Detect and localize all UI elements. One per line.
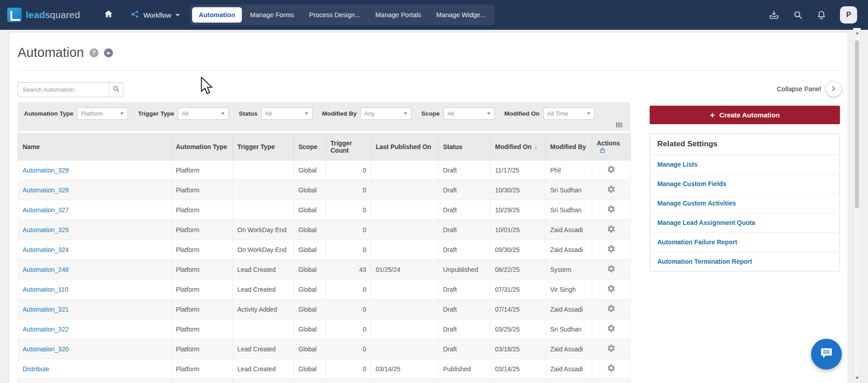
related-link-manage-custom-activities[interactable]: Manage Custom Activities xyxy=(650,194,840,213)
related-link-manage-lists[interactable]: Manage Lists xyxy=(650,155,840,174)
filter-select-modified-by[interactable]: Any xyxy=(360,107,411,120)
related-link-manage-lead-assignment-quota[interactable]: Manage Lead Assignment Quota xyxy=(650,213,840,233)
leadsquared-wordmark: leadsquared xyxy=(26,9,80,20)
cell-modified-by: Zaid Assadi xyxy=(546,240,592,260)
cell-automation-type: Platform xyxy=(171,260,233,280)
top-navbar: leadsquared Workflow AutomationManage Fo… xyxy=(0,0,868,30)
collapse-panel-control: Collapse Panel xyxy=(777,81,841,97)
col-header-scope[interactable]: Scope xyxy=(294,134,326,160)
search-icon[interactable] xyxy=(793,10,803,20)
automation-name-link[interactable]: Automation_248 xyxy=(23,266,69,273)
video-tutorial-play-icon[interactable]: ▶ xyxy=(104,48,113,57)
cell-actions xyxy=(592,260,631,280)
gear-icon[interactable] xyxy=(607,324,616,333)
search-automation-input[interactable] xyxy=(18,82,109,97)
col-header-modified-on[interactable]: Modified On↓ xyxy=(491,134,546,160)
cell-trigger-type: Activity Added xyxy=(233,299,294,319)
cell-trigger-type xyxy=(233,200,294,220)
cell-trigger-count: 0 xyxy=(326,299,371,319)
cell-scope: Global xyxy=(294,280,326,299)
notifications-bell-icon[interactable] xyxy=(816,10,826,20)
filter-select-scope[interactable]: All xyxy=(443,107,495,120)
cell-trigger-count: 0 xyxy=(326,339,371,359)
automation-name-link[interactable]: Automation_321 xyxy=(23,306,69,313)
gear-icon[interactable] xyxy=(607,304,616,313)
col-header-automation-type[interactable]: Automation Type xyxy=(171,134,233,160)
gear-icon[interactable] xyxy=(607,344,616,353)
gear-icon[interactable] xyxy=(607,224,616,234)
inbox-icon[interactable] xyxy=(769,9,779,20)
filter-select-status[interactable]: All xyxy=(261,107,312,120)
chevron-down-icon xyxy=(404,112,407,115)
automation-name-link[interactable]: Automation_110 xyxy=(23,286,68,293)
col-header-name[interactable]: Name xyxy=(18,134,171,160)
cell-last-published-on xyxy=(371,339,439,359)
tab-manage-widge[interactable]: Manage Widge... xyxy=(429,7,493,23)
automation-name-link[interactable]: Automation_320 xyxy=(23,346,69,353)
scroll-up-arrow-icon[interactable] xyxy=(855,32,859,34)
wordmark-lead: lead xyxy=(26,9,45,20)
automation-name-link[interactable]: Automation_327 xyxy=(23,206,69,214)
scroll-down-arrow-icon[interactable] xyxy=(855,377,859,379)
related-settings-title: Related Settings xyxy=(650,134,840,155)
gear-icon[interactable] xyxy=(607,264,616,273)
col-header-actions[interactable]: Actions xyxy=(592,134,631,160)
cell-modified-on: 10/01/25 xyxy=(491,220,546,240)
gear-icon[interactable] xyxy=(607,165,616,174)
gear-icon[interactable] xyxy=(607,364,616,373)
col-header-trigger-type[interactable]: Trigger Type xyxy=(233,134,294,160)
gear-icon[interactable] xyxy=(607,284,616,293)
automation-name-link[interactable]: Distribute xyxy=(23,365,49,373)
cell-name: Automation_322 xyxy=(18,319,171,339)
column-settings-icon[interactable] xyxy=(615,121,623,128)
table-row: Automation_322PlatformGlobal0Draft03/25/… xyxy=(18,319,631,339)
cell-automation-type xyxy=(171,379,233,383)
filter-automation-type: Automation TypePlatform xyxy=(24,107,128,120)
search-submit-button[interactable] xyxy=(109,82,123,97)
cell-automation-type: Platform xyxy=(171,200,233,220)
related-link-manage-custom-fields[interactable]: Manage Custom Fields xyxy=(650,174,840,194)
col-header-trigger-count[interactable]: Trigger Count xyxy=(326,134,371,160)
col-header-last-published-on[interactable]: Last Published On xyxy=(371,134,439,160)
gear-icon[interactable] xyxy=(607,205,616,214)
workflow-menu[interactable]: Workflow xyxy=(131,10,179,20)
chat-widget-button[interactable] xyxy=(811,339,842,369)
automation-name-link[interactable]: Automation_325 xyxy=(23,226,69,234)
cell-automation-type: Platform xyxy=(171,160,233,180)
col-header-status[interactable]: Status xyxy=(439,134,491,160)
automation-name-link[interactable]: Automation_322 xyxy=(23,326,69,333)
cell-trigger-count: 0 xyxy=(326,280,371,299)
cell-modified-on: 11/17/25 xyxy=(491,160,546,180)
leadsquared-brand[interactable]: leadsquared xyxy=(7,8,80,22)
home-button[interactable] xyxy=(104,9,113,21)
collapse-panel-button[interactable] xyxy=(826,81,841,97)
tab-process-design[interactable]: Process Design... xyxy=(302,7,368,23)
tab-automation[interactable]: Automation xyxy=(192,7,242,23)
tab-manage-portals[interactable]: Manage Portals xyxy=(368,7,428,23)
cell-last-published-on xyxy=(371,240,439,260)
col-header-modified-by[interactable]: Modified By xyxy=(546,134,592,160)
sort-desc-icon: ↓ xyxy=(534,144,538,150)
cell-actions xyxy=(592,220,631,240)
filter-select-automation-type[interactable]: Platform xyxy=(77,107,128,120)
tab-manage-forms[interactable]: Manage Forms xyxy=(243,7,301,23)
automation-name-link[interactable]: Automation_328 xyxy=(23,187,69,194)
related-link-automation-failure-report[interactable]: Automation Failure Report xyxy=(650,233,840,252)
cell-modified-on: 07/14/25 xyxy=(491,299,546,319)
create-automation-button[interactable]: + Create Automation xyxy=(650,106,840,124)
filter-select-trigger-type[interactable]: All xyxy=(178,107,229,120)
related-link-automation-termination-report[interactable]: Automation Termination Report xyxy=(650,252,840,271)
help-icon[interactable]: ? xyxy=(90,48,99,57)
automation-name-link[interactable]: Automation_324 xyxy=(23,246,69,253)
gear-icon[interactable] xyxy=(607,185,616,194)
cell-status: Draft xyxy=(439,180,491,200)
user-avatar[interactable]: P xyxy=(840,6,857,23)
gear-icon[interactable] xyxy=(607,244,616,253)
scrollbar-thumb[interactable] xyxy=(855,40,859,208)
page-scrollbar[interactable] xyxy=(853,28,861,383)
cell-modified-by: Sri Sudhan xyxy=(546,319,592,339)
automation-name-link[interactable]: Automation_329 xyxy=(23,167,69,174)
col-header-label: Automation Type xyxy=(176,143,227,150)
cell-automation-type: Platform xyxy=(171,180,233,200)
filter-select-modified-on[interactable]: All Time xyxy=(543,107,594,120)
